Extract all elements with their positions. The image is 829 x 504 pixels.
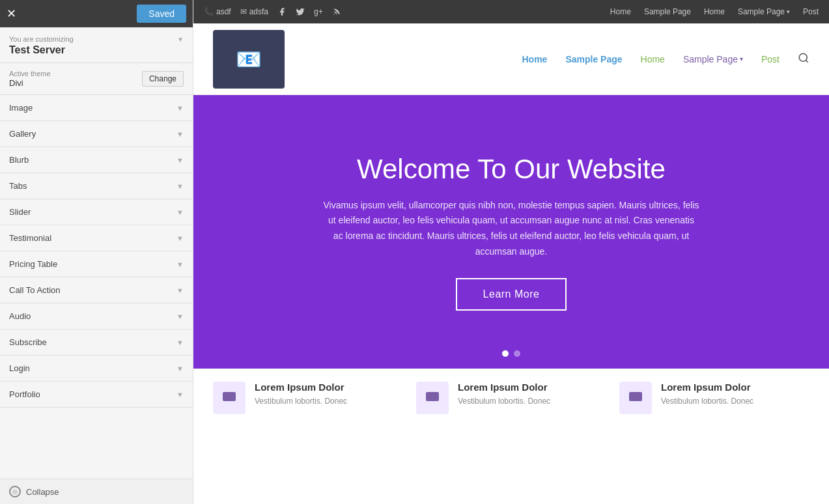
customizing-label: You are customizing ▼ <box>9 35 184 43</box>
main-navigation: Home Sample Page Home Sample Page ▾ Post <box>522 52 810 66</box>
chevron-right-icon: ▼ <box>176 104 184 112</box>
card-1-desc: Vestibulum lobortis. Donec <box>255 395 347 407</box>
top-nav-bar: 📞 asdf ✉ adsfa g+ Home Sample Page Home <box>193 0 829 23</box>
chevron-right-icon: ▼ <box>176 339 184 346</box>
topnav-home[interactable]: Home <box>610 7 631 16</box>
theme-name: Divi <box>9 78 51 88</box>
site-preview: 📞 asdf ✉ adsfa g+ Home Sample Page Home <box>193 0 829 504</box>
top-nav-left: 📞 asdf ✉ adsfa g+ <box>204 7 341 16</box>
mainnav-home2[interactable]: Home <box>641 54 665 64</box>
svg-point-1 <box>799 53 807 61</box>
card-1-content: Lorem Ipsum Dolor Vestibulum lobortis. D… <box>255 382 347 407</box>
chevron-right-icon: ▼ <box>176 130 184 138</box>
svg-rect-3 <box>223 392 236 401</box>
menu-item-slider[interactable]: Slider▼ <box>0 199 193 225</box>
card-2-title: Lorem Ipsum Dolor <box>458 382 550 393</box>
panel-top-bar: ✕ Saved <box>0 0 193 27</box>
card-3-title: Lorem Ipsum Dolor <box>661 382 753 393</box>
site-logo: 📧 <box>213 30 285 89</box>
menu-item-login[interactable]: Login▼ <box>0 356 193 382</box>
chevron-right-icon: ▼ <box>176 208 184 216</box>
site-name: Test Server <box>9 44 184 56</box>
chevron-right-icon: ▼ <box>176 365 184 372</box>
card-1: Lorem Ipsum Dolor Vestibulum lobortis. D… <box>213 382 403 491</box>
chevron-right-icon: ▼ <box>176 260 184 268</box>
slider-dots <box>502 350 520 357</box>
hero-slider: Welcome To Our Website Vivamus ipsum vel… <box>193 95 829 369</box>
top-nav-right: Home Sample Page Home Sample Page ▾ Post <box>610 7 819 16</box>
card-3-desc: Vestibulum lobortis. Donec <box>661 395 753 407</box>
collapse-label: Collapse <box>26 487 59 497</box>
mainnav-sample-page[interactable]: Sample Page <box>565 54 622 64</box>
topnav-home2[interactable]: Home <box>704 7 725 16</box>
hero-title: Welcome To Our Website <box>357 153 666 186</box>
menu-item-tabs[interactable]: Tabs▼ <box>0 173 193 199</box>
card-3: Lorem Ipsum Dolor Vestibulum lobortis. D… <box>619 382 809 491</box>
svg-rect-6 <box>426 392 439 401</box>
googleplus-icon[interactable]: g+ <box>314 7 323 16</box>
collapse-bar[interactable]: ◎ Collapse <box>0 479 193 504</box>
card-2: Lorem Ipsum Dolor Vestibulum lobortis. D… <box>416 382 606 491</box>
mainnav-post[interactable]: Post <box>761 54 780 64</box>
chevron-right-icon: ▼ <box>176 156 184 164</box>
rss-icon[interactable] <box>332 7 341 16</box>
svg-line-2 <box>806 60 808 62</box>
panel-info: You are customizing ▼ Test Server <box>0 27 193 63</box>
phone-text: asdf <box>216 7 231 16</box>
site-header: 📧 Home Sample Page Home Sample Page ▾ Po… <box>193 23 829 95</box>
menu-item-image[interactable]: Image▼ <box>0 95 193 121</box>
chevron-right-icon: ▼ <box>176 391 184 399</box>
card-3-content: Lorem Ipsum Dolor Vestibulum lobortis. D… <box>661 382 753 407</box>
chevron-right-icon: ▼ <box>176 313 184 320</box>
menu-item-testimonial[interactable]: Testimonial▼ <box>0 225 193 251</box>
slider-dot-1[interactable] <box>502 350 509 357</box>
card-2-desc: Vestibulum lobortis. Donec <box>458 395 550 407</box>
twitter-icon[interactable] <box>296 7 305 16</box>
card-1-title: Lorem Ipsum Dolor <box>255 382 347 393</box>
hero-text: Vivamus ipsum velit, ullamcorper quis ni… <box>322 198 700 260</box>
email-icon: ✉ <box>240 7 247 16</box>
svg-rect-9 <box>629 392 642 401</box>
phone-info: 📞 asdf <box>204 7 231 16</box>
email-text: adsfa <box>249 7 268 16</box>
phone-icon: 📞 <box>204 7 214 16</box>
collapse-circle-icon: ◎ <box>9 486 21 497</box>
search-icon[interactable] <box>798 52 809 66</box>
email-info: ✉ adsfa <box>240 7 268 16</box>
topnav-sample-page[interactable]: Sample Page <box>644 7 691 16</box>
submenu-arrow-icon: ▾ <box>740 55 743 63</box>
chevron-down-icon: ▼ <box>177 36 184 43</box>
topnav-sample-page2[interactable]: Sample Page ▾ <box>738 7 790 16</box>
facebook-icon[interactable] <box>277 7 287 16</box>
menu-item-audio[interactable]: Audio▼ <box>0 303 193 329</box>
bottom-cards: Lorem Ipsum Dolor Vestibulum lobortis. D… <box>193 369 829 504</box>
menu-item-call-to-action[interactable]: Call To Action▼ <box>0 277 193 303</box>
card-3-icon <box>619 382 652 414</box>
chevron-right-icon: ▼ <box>176 234 184 242</box>
svg-point-0 <box>333 14 334 15</box>
mainnav-home[interactable]: Home <box>522 54 548 64</box>
menu-item-subscribe[interactable]: Subscribe▼ <box>0 329 193 356</box>
theme-label: Active theme <box>9 70 51 77</box>
learn-more-button[interactable]: Learn More <box>456 278 567 311</box>
saved-button[interactable]: Saved <box>137 5 186 23</box>
change-theme-button[interactable]: Change <box>142 71 184 87</box>
mainnav-sample-page2[interactable]: Sample Page ▾ <box>683 54 743 64</box>
slider-dot-2[interactable] <box>514 350 520 357</box>
menu-item-pricing-table[interactable]: Pricing Table▼ <box>0 251 193 277</box>
logo-area: 📧 <box>213 30 285 89</box>
menu-item-portfolio[interactable]: Portfolio▼ <box>0 382 193 408</box>
card-2-icon <box>416 382 449 414</box>
theme-section: Active theme Divi Change <box>0 63 193 95</box>
card-2-content: Lorem Ipsum Dolor Vestibulum lobortis. D… <box>458 382 550 407</box>
chevron-right-icon: ▼ <box>176 287 184 294</box>
chevron-right-icon: ▼ <box>176 182 184 190</box>
topnav-post[interactable]: Post <box>803 7 819 16</box>
menu-item-blurb[interactable]: Blurb▼ <box>0 147 193 173</box>
customizer-panel: ✕ Saved You are customizing ▼ Test Serve… <box>0 0 193 504</box>
dropdown-arrow-icon: ▾ <box>787 8 790 15</box>
card-1-icon <box>213 382 246 414</box>
close-button[interactable]: ✕ <box>7 7 16 21</box>
menu-item-gallery[interactable]: Gallery▼ <box>0 121 193 147</box>
logo-icon: 📧 <box>236 47 262 72</box>
